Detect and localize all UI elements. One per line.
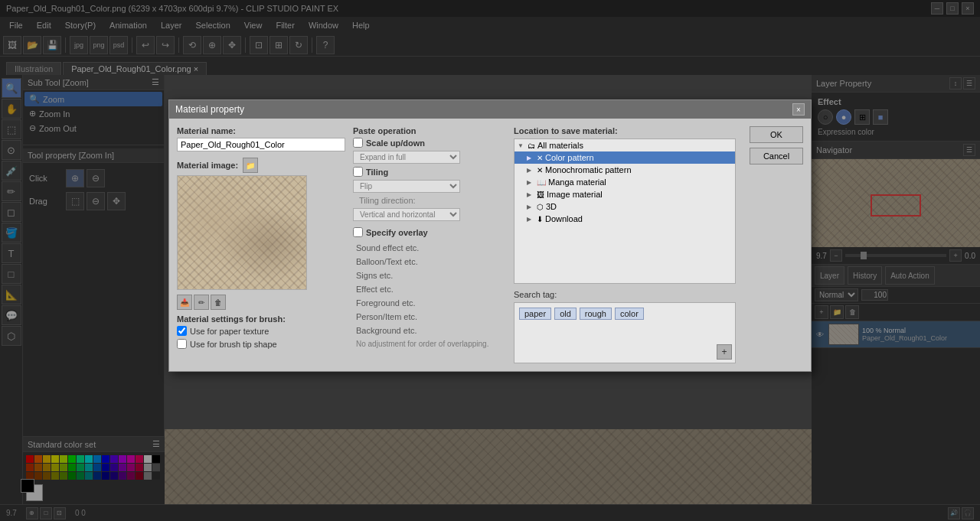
- material-settings: Material settings for brush: Use for pap…: [177, 314, 345, 349]
- dialog-middle-panel: Paste operation Scale up/down Expand in …: [353, 126, 506, 363]
- ok-button[interactable]: OK: [750, 126, 803, 143]
- tiling-checkbox[interactable]: [353, 167, 363, 177]
- tag-paper[interactable]: paper: [519, 308, 551, 320]
- tree-label-all-materials: All materials: [537, 141, 583, 150]
- paste-operation-label: Paste operation: [353, 126, 506, 135]
- scale-updown-row: Scale up/down: [353, 138, 506, 148]
- preview-texture-display: [178, 176, 306, 289]
- material-dialog: Material property × Material name: Mater…: [168, 99, 812, 372]
- tree-label-3d: 3D: [546, 202, 557, 211]
- use-paper-texture-row: Use for paper texture: [177, 326, 345, 336]
- use-paper-texture-label: Use for paper texture: [190, 327, 269, 336]
- tree-item-mono[interactable]: ▶ ✕ Monochromatic pattern: [514, 164, 735, 176]
- scale-dropdown[interactable]: Expand in full: [353, 151, 460, 164]
- tag-old[interactable]: old: [554, 308, 577, 320]
- tree-label-mono: Monochromatic pattern: [545, 165, 632, 174]
- preview-edit-btn[interactable]: ✏: [194, 295, 209, 310]
- tree-icon-all: 🗂: [528, 142, 535, 150]
- tree-arrow-manga: ▶: [527, 179, 534, 186]
- paste-opt-foreground: Foreground etc.: [353, 297, 506, 309]
- tag-rough[interactable]: rough: [580, 308, 612, 320]
- dialog-action-buttons: OK Cancel: [750, 126, 803, 363]
- tiling-direction-row: Tiling direction:: [359, 196, 506, 205]
- search-tag-area: Search tag: paper old rough color +: [514, 290, 736, 363]
- material-image-import-btn[interactable]: 📁: [243, 158, 258, 173]
- material-image-label: Material image: 📁: [177, 158, 345, 173]
- tree-icon-manga: 📖: [537, 178, 546, 187]
- material-preview: [177, 175, 307, 290]
- use-paper-texture-checkbox[interactable]: [177, 326, 187, 336]
- use-brush-tip-label: Use for brush tip shape: [190, 340, 277, 349]
- tree-arrow-download: ▶: [527, 216, 534, 223]
- tree-arrow-color: ▶: [527, 155, 534, 161]
- scale-updown-label: Scale up/down: [366, 138, 425, 148]
- use-brush-tip-checkbox[interactable]: [177, 339, 187, 349]
- dialog-close-button[interactable]: ×: [792, 103, 805, 116]
- location-label: Location to save material:: [514, 126, 736, 135]
- tiling-direction-label: Tiling direction:: [359, 196, 416, 205]
- location-tree: ▼ 🗂 All materials ▶ ✕ Color pattern ▶ ✕: [514, 138, 736, 284]
- material-name-label: Material name:: [177, 126, 345, 135]
- dialog-titlebar: Material property ×: [169, 100, 811, 119]
- material-name-input[interactable]: [177, 138, 345, 151]
- material-image-text: Material image:: [177, 161, 238, 170]
- tree-icon-3d: ⬡: [537, 203, 544, 211]
- cancel-button[interactable]: Cancel: [750, 148, 803, 164]
- search-tag-label: Search tag:: [514, 290, 736, 299]
- tree-icon-mono: ✕: [537, 166, 543, 174]
- tree-item-3d[interactable]: ▶ ⬡ 3D: [514, 200, 735, 213]
- modal-overlay: Material property × Material name: Mater…: [0, 0, 980, 521]
- paste-opt-effect: Effect etc.: [353, 283, 506, 295]
- tree-label-manga: Manga material: [548, 177, 606, 187]
- paste-opt-signs: Signs etc.: [353, 269, 506, 282]
- paste-opt-background: Background etc.: [353, 324, 506, 337]
- tree-item-all-materials[interactable]: ▼ 🗂 All materials: [514, 139, 735, 151]
- paste-opt-no-adjust: No adjustment for order of overlapping.: [353, 338, 506, 350]
- tree-arrow-image: ▶: [527, 191, 534, 198]
- paste-option-list: Sound effect etc. Balloon/Text etc. Sign…: [353, 242, 506, 350]
- tiling-label: Tiling: [366, 168, 388, 177]
- specify-overlay-label: Specify overlay: [366, 228, 428, 237]
- tree-arrow-mono: ▶: [527, 167, 534, 174]
- tiling-row: Tiling: [353, 167, 506, 177]
- preview-import-btn[interactable]: 📥: [177, 295, 192, 310]
- dialog-title: Material property: [175, 104, 244, 115]
- tree-icon-image: 🖼: [537, 190, 544, 199]
- tag-color[interactable]: color: [615, 308, 644, 320]
- tree-icon-color: ✕: [537, 154, 543, 162]
- dialog-body: Material name: Material image: 📁 📥 ✏ 🗑 M…: [169, 119, 811, 371]
- tree-item-manga[interactable]: ▶ 📖 Manga material: [514, 176, 735, 188]
- tree-arrow-all: ▼: [518, 142, 525, 149]
- tree-icon-download: ⬇: [537, 215, 543, 223]
- paste-opt-balloon: Balloon/Text etc.: [353, 256, 506, 268]
- dialog-left-panel: Material name: Material image: 📁 📥 ✏ 🗑 M…: [177, 126, 345, 363]
- material-settings-label: Material settings for brush:: [177, 314, 345, 324]
- tree-arrow-3d: ▶: [527, 204, 534, 210]
- dialog-right-panel: Location to save material: ▼ 🗂 All mater…: [514, 126, 736, 363]
- tree-label-color-pattern: Color pattern: [545, 153, 594, 162]
- tree-label-image: Image material: [547, 190, 603, 199]
- paste-opt-sound: Sound effect etc.: [353, 242, 506, 254]
- tiling-dropdown[interactable]: Flip: [353, 180, 460, 193]
- tree-item-color-pattern[interactable]: ▶ ✕ Color pattern: [514, 151, 735, 164]
- preview-toolbar: 📥 ✏ 🗑: [177, 295, 345, 310]
- tag-container: paper old rough color +: [514, 302, 736, 363]
- paste-opt-person: Person/Item etc.: [353, 311, 506, 323]
- specify-overlay-checkbox[interactable]: [353, 227, 363, 237]
- specify-overlay-row: Specify overlay: [353, 227, 506, 237]
- tree-label-download: Download: [545, 214, 583, 223]
- tree-item-download[interactable]: ▶ ⬇ Download: [514, 213, 735, 225]
- scale-updown-checkbox[interactable]: [353, 138, 363, 148]
- tiling-direction-dropdown[interactable]: Vertical and horizontal: [353, 208, 460, 221]
- preview-delete-btn[interactable]: 🗑: [211, 295, 226, 310]
- tree-item-image[interactable]: ▶ 🖼 Image material: [514, 188, 735, 200]
- use-brush-tip-row: Use for brush tip shape: [177, 339, 345, 349]
- tag-add-button[interactable]: +: [717, 344, 732, 360]
